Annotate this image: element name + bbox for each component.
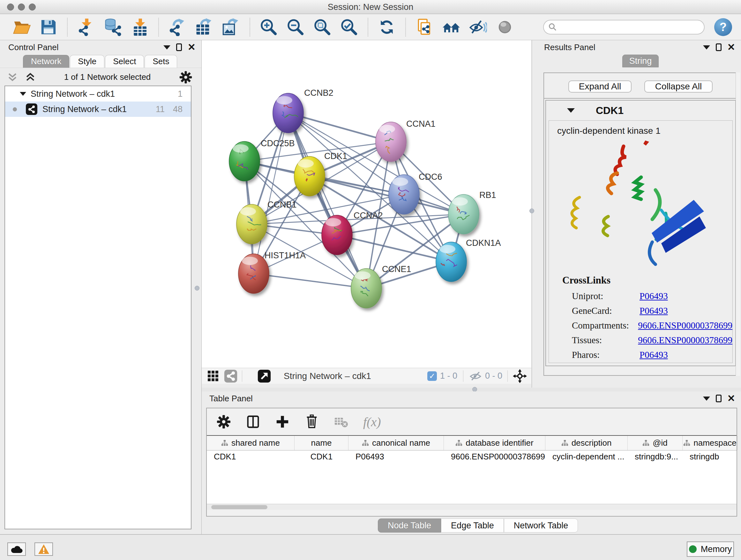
tab-network[interactable]: Network — [23, 55, 69, 68]
export-table-button[interactable] — [194, 17, 215, 38]
tab-sets[interactable]: Sets — [145, 55, 177, 68]
zoom-fit-button[interactable] — [312, 17, 333, 38]
node-label-HIST1H1A: HIST1H1A — [265, 251, 306, 260]
results-scrollbar[interactable] — [736, 72, 740, 376]
tab-select[interactable]: Select — [105, 55, 144, 68]
search-box[interactable] — [543, 20, 704, 35]
export-network-button[interactable] — [167, 17, 188, 38]
selected-checkbox[interactable]: ✓ — [427, 371, 437, 381]
zoom-selected-button[interactable] — [339, 17, 360, 38]
scrollbar-thumb[interactable] — [211, 505, 267, 509]
new-network-from-selection-button[interactable] — [414, 17, 435, 38]
crosslink-link[interactable]: P06493 — [639, 291, 668, 301]
pan-crosshair-button[interactable] — [513, 369, 527, 383]
panel-menu-button[interactable] — [163, 45, 171, 50]
network-node-RB1[interactable]: RB1 — [448, 190, 496, 234]
refresh-button[interactable] — [376, 17, 397, 38]
table-panel-title: Table Panel — [202, 394, 253, 403]
network-node-CDK1[interactable]: CDK1 — [294, 151, 347, 196]
crosslink-link[interactable]: 9606.ENSP00000378699 — [638, 320, 732, 331]
network-node-CDC6[interactable]: CDC6 — [389, 172, 442, 214]
open-session-button[interactable] — [11, 17, 32, 38]
cloud-status-button[interactable] — [7, 543, 26, 556]
export-image-icon — [222, 18, 240, 36]
collapse-all-button[interactable]: Collapse All — [644, 80, 713, 92]
column-header-description[interactable]: description — [545, 436, 628, 450]
panel-close-button[interactable]: ✕ — [188, 44, 196, 51]
column-header-shared-name[interactable]: shared name — [207, 436, 294, 450]
panel-close-button[interactable]: ✕ — [727, 395, 735, 402]
warnings-button[interactable] — [35, 543, 53, 556]
zoom-in-button[interactable] — [258, 17, 279, 38]
hide-selected-button[interactable] — [468, 17, 488, 38]
network-node-CCNE1[interactable]: CCNE1 — [351, 264, 411, 308]
footer-separator — [508, 370, 508, 382]
import-network-from-file-button[interactable] — [76, 17, 97, 38]
tab-node-table[interactable]: Node Table — [378, 518, 441, 533]
import-network-from-database-button[interactable] — [103, 17, 124, 38]
first-neighbors-button[interactable] — [441, 17, 462, 38]
network-node-CCNA1[interactable]: CCNA1 — [376, 119, 435, 162]
table-options-button[interactable] — [216, 415, 231, 429]
edge-HIST1H1A-CCNE1[interactable] — [254, 273, 366, 288]
search-input[interactable] — [557, 21, 704, 34]
network-node-CDKN1A[interactable]: CDKN1A — [436, 238, 501, 282]
tab-network-table[interactable]: Network Table — [504, 518, 578, 533]
network-row[interactable]: String Network – cdk1 11 48 — [5, 102, 191, 117]
delete-column-button[interactable] — [305, 415, 319, 429]
panel-menu-button[interactable] — [703, 396, 710, 401]
panel-float-button[interactable] — [716, 44, 722, 51]
pages-network-icon — [415, 18, 433, 36]
tab-style[interactable]: Style — [70, 55, 105, 68]
column-label: database identifier — [466, 438, 533, 448]
panel-float-button[interactable] — [716, 395, 722, 402]
panel-close-button[interactable]: ✕ — [727, 44, 735, 51]
table-header-row: shared namenamecanonical namedatabase id… — [207, 436, 737, 450]
show-columns-button[interactable] — [246, 415, 260, 429]
export-image-button[interactable] — [220, 17, 242, 38]
network-node-CCNB1[interactable]: CCNB1 — [237, 200, 297, 244]
panel-menu-button[interactable] — [703, 45, 710, 50]
column-header-name[interactable]: name — [294, 436, 348, 450]
zoom-out-button[interactable] — [285, 17, 306, 38]
horizontal-splitter[interactable] — [202, 388, 741, 391]
folder-open-icon — [13, 18, 30, 36]
table-row[interactable]: CDK1CDK1P064939606.ENSP00000378699cyclin… — [207, 450, 737, 463]
collapse-all-networks-button[interactable] — [7, 72, 18, 82]
column-header-namespace[interactable]: namespace — [683, 436, 738, 450]
save-session-button[interactable] — [38, 17, 59, 38]
tree-expand-icon[interactable] — [20, 92, 26, 96]
crosslink-link[interactable]: P06493 — [639, 306, 668, 316]
import-table-from-file-button[interactable] — [129, 17, 150, 38]
network-overview-button[interactable] — [224, 369, 238, 383]
column-header-canonical-name[interactable]: canonical name — [348, 436, 444, 450]
crosslink-link[interactable]: 9606.ENSP00000378699 — [638, 335, 732, 346]
splitter-handle[interactable] — [195, 286, 199, 291]
crosslink-link[interactable]: P06493 — [639, 350, 668, 360]
network-node-HIST1H1A[interactable]: HIST1H1A — [239, 251, 306, 294]
network-collection-row[interactable]: String Network – cdk1 1 — [5, 86, 191, 102]
edge-CCNA2-CDKN1A[interactable] — [337, 235, 451, 262]
panel-float-button[interactable] — [176, 44, 182, 51]
expand-all-networks-button[interactable] — [25, 72, 36, 82]
tab-edge-table[interactable]: Edge Table — [441, 518, 504, 533]
column-header--id[interactable]: @id — [628, 436, 683, 450]
crosslink-row: GeneCard:P06493 — [549, 303, 732, 318]
splitter-handle[interactable] — [472, 387, 477, 392]
table-horizontal-scrollbar[interactable] — [207, 504, 737, 510]
grid-view-button[interactable] — [207, 370, 219, 382]
help-button[interactable]: ? — [714, 18, 732, 36]
column-header-database-identifier[interactable]: database identifier — [444, 436, 545, 450]
add-column-button[interactable] — [275, 415, 290, 429]
network-canvas[interactable]: CCNB2CCNA1CDC25BCDK1CDC6RB1CCNB1CCNA2CDK… — [202, 40, 531, 368]
edge-CCNB2-HIST1H1A[interactable] — [254, 113, 288, 273]
network-options-button[interactable] — [179, 71, 192, 84]
splitter-handle[interactable] — [529, 208, 534, 213]
birds-eye-view-button[interactable] — [258, 369, 271, 383]
entry-collapse-icon[interactable] — [567, 108, 575, 113]
tab-string[interactable]: String — [622, 55, 659, 67]
memory-button[interactable]: Memory — [687, 542, 734, 557]
show-all-button[interactable] — [494, 17, 515, 38]
edge-CCNB2-CCNE1[interactable] — [288, 113, 366, 288]
expand-all-button[interactable]: Expand All — [568, 80, 631, 92]
